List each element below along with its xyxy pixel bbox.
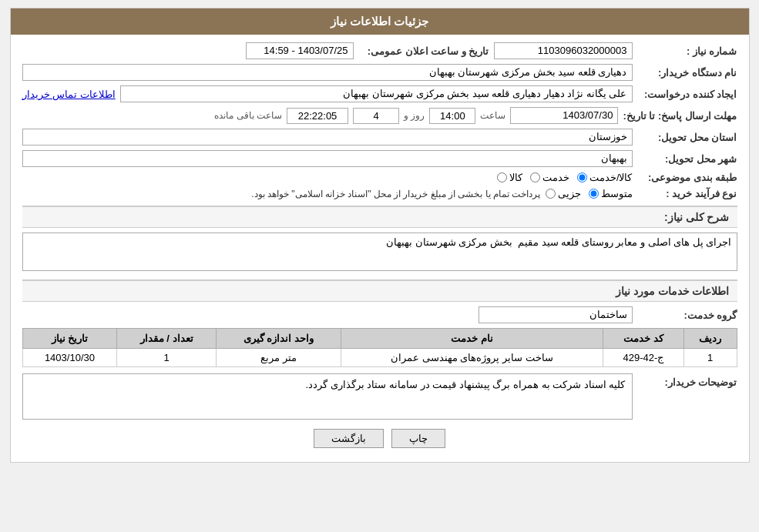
table-row: 1ج-42-429ساخت سایر پروژه‌های مهندسی عمرا… (22, 349, 737, 367)
mohlat-saat: 14:00 (429, 108, 475, 124)
shomare-niaz-label: شماره نیاز : (637, 45, 737, 57)
tarikh-label: تاریخ و ساعت اعلان عمومی: (358, 45, 489, 57)
shomare-niaz-value: 1103096032000003 (494, 42, 633, 59)
radio-khedmat[interactable]: خدمت (530, 172, 569, 183)
th-vahed-andaze: واحد اندازه گیری (216, 329, 341, 349)
row-noe-faraind: نوع فرآیند خرید : جزیی متوسط پرداخت تمام… (22, 188, 737, 199)
row-nam-dastgah: نام دستگاه خریدار: دهیاری قلعه سید بخش م… (22, 64, 737, 81)
th-tedad-meghdad: تعداد / مقدار (117, 329, 216, 349)
tabaqe-radio-group: کالا خدمت کالا/خدمت (497, 172, 633, 183)
main-container: جزئیات اطلاعات نیاز شماره نیاز : 1103096… (10, 8, 750, 463)
sharh-kolli-label: شرح کلی نیاز: (664, 211, 729, 223)
mohlat-rooz-label: روز و (404, 110, 425, 121)
mohlat-saat-label: ساعت (480, 110, 505, 121)
back-button[interactable]: بازگشت (314, 429, 384, 448)
page-header: جزئیات اطلاعات نیاز (11, 8, 749, 35)
ettelaat-tamas-link[interactable]: اطلاعات تماس خریدار (22, 89, 116, 100)
row-shomare-tarikh: شماره نیاز : 1103096032000003 تاریخ و سا… (22, 42, 737, 59)
page-content: شماره نیاز : 1103096032000003 تاریخ و سا… (11, 35, 749, 462)
noe-faraind-note: پرداخت تمام یا بخشی از مبلغ خریدار از مح… (251, 189, 540, 199)
nam-dastgah-value: دهیاری قلعه سید بخش مرکزی شهرستان بهبهان (22, 64, 633, 81)
tarikh-value: 1403/07/25 - 14:59 (246, 42, 354, 59)
button-group: چاپ بازگشت (22, 429, 737, 448)
mohlat-rooz: 4 (353, 108, 399, 124)
ostan-label: استان محل تحویل: (637, 132, 737, 143)
khadamat-section-label: اطلاعات خدمات مورد نیاز (616, 285, 730, 297)
th-kod-khadamat: کد خدمت (603, 329, 684, 349)
noe-faraind-radio-group: جزیی متوسط (546, 188, 633, 199)
mohlat-date: 1403/07/30 (510, 107, 618, 124)
ostan-value: خوزستان (22, 129, 633, 146)
sharh-kolli-section: شرح کلی نیاز: (22, 206, 737, 228)
th-radif: ردیف (683, 329, 737, 349)
shahr-label: شهر محل تحویل: (637, 153, 737, 165)
tozihat-label: توضیحات خریدار: (637, 376, 737, 388)
sharh-kolli-textarea[interactable] (22, 233, 737, 271)
radio-kala[interactable]: کالا (497, 172, 522, 183)
sharh-kolli-wrapper (22, 233, 737, 273)
shahr-value: بهبهان (22, 150, 633, 167)
th-nam-khadamat: نام خدمت (341, 329, 603, 349)
row-ijad-kananda: ایجاد کننده درخواست: علی یگانه نژاد دهیا… (22, 85, 737, 102)
table-header-row: ردیف کد خدمت نام خدمت واحد اندازه گیری ت… (22, 329, 737, 349)
mohlat-time: 22:22:05 (287, 108, 348, 124)
radio-jozii[interactable]: جزیی (546, 188, 581, 199)
page-title: جزئیات اطلاعات نیاز (331, 15, 428, 28)
row-tozihat: توضیحات خریدار: کلیه اسناد شرکت به همراه… (22, 373, 737, 420)
groh-khadamat-value: ساختمان (479, 306, 633, 323)
ijad-kananda-label: ایجاد کننده درخواست: (637, 89, 737, 100)
radio-motevaset[interactable]: متوسط (589, 188, 633, 199)
ijad-kananda-value: علی یگانه نژاد دهیار دهیاری قلعه سید بخش… (120, 85, 633, 102)
th-tarikh-niaz: تاریخ نیاز (22, 329, 117, 349)
mohlat-remain-label: ساعت باقی مانده (214, 110, 282, 121)
noe-faraind-label: نوع فرآیند خرید : (637, 188, 737, 199)
groh-khadamat-label: گروه خدمت: (637, 309, 737, 321)
row-groh-khadamat: گروه خدمت: ساختمان (22, 306, 737, 323)
row-tabaqe: طبقه بندی موضوعی: کالا خدمت کالا/خدمت (22, 172, 737, 183)
tabaqe-label: طبقه بندی موضوعی: (637, 172, 737, 183)
print-button[interactable]: چاپ (391, 429, 445, 448)
row-shahr: شهر محل تحویل: بهبهان (22, 150, 737, 167)
row-ostan: استان محل تحویل: خوزستان (22, 129, 737, 146)
khadamat-section-title: اطلاعات خدمات مورد نیاز (22, 279, 737, 302)
tozihat-value: کلیه اسناد شرکت به همراه برگ پیشنهاد قیم… (22, 373, 633, 420)
row-mohlat: مهلت ارسال پاسخ: تا تاریخ: 1403/07/30 سا… (22, 107, 737, 124)
mohlat-label: مهلت ارسال پاسخ: تا تاریخ: (623, 110, 737, 122)
radio-kala-khedmat[interactable]: کالا/خدمت (577, 172, 633, 183)
nam-dastgah-label: نام دستگاه خریدار: (637, 67, 737, 79)
service-table: ردیف کد خدمت نام خدمت واحد اندازه گیری ت… (22, 328, 737, 367)
